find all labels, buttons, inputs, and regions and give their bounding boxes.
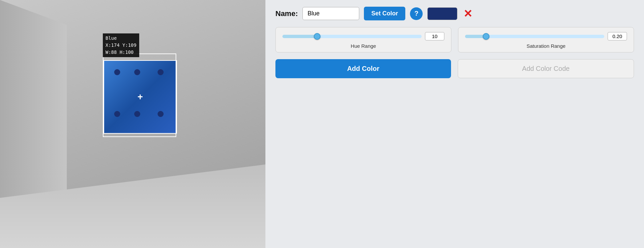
close-button[interactable]: ✕ — [462, 8, 474, 19]
hue-slider-thumb[interactable] — [314, 33, 320, 40]
hue-range-label: Hue Range — [351, 43, 376, 49]
blue-cube: + — [97, 53, 184, 140]
hue-value-input[interactable] — [425, 32, 444, 40]
saturation-value-input[interactable] — [608, 32, 627, 40]
saturation-slider-thumb[interactable] — [483, 33, 489, 40]
cube-crosshair: + — [138, 92, 143, 102]
camera-panel: + Blue X:174 Y:109 W:88 H:100 — [0, 0, 265, 248]
hue-slider-track[interactable] — [282, 35, 422, 38]
saturation-slider-track[interactable] — [465, 35, 604, 38]
label-line3: W:88 H:100 — [105, 49, 137, 56]
cube-face: + — [103, 60, 177, 134]
saturation-slider-row — [465, 32, 627, 40]
hue-range-card: Hue Range — [275, 27, 451, 52]
help-button[interactable]: ? — [410, 7, 423, 20]
sliders-row: Hue Range Saturation Range — [275, 27, 634, 52]
cube-dot — [134, 111, 140, 117]
buttons-row: Add Color Add Color Code — [275, 59, 634, 78]
cube-dot — [158, 69, 164, 75]
cube-dot — [134, 69, 140, 75]
name-input[interactable] — [302, 7, 359, 20]
saturation-range-label: Saturation Range — [526, 43, 566, 49]
add-color-button[interactable]: Add Color — [275, 59, 451, 78]
detection-label: Blue X:174 Y:109 W:88 H:100 — [103, 33, 139, 57]
saturation-range-card: Saturation Range — [458, 27, 634, 52]
name-label: Name: — [275, 9, 298, 18]
label-line2: X:174 Y:109 — [105, 42, 137, 49]
header-row: Name: Set Color ? ✕ — [275, 7, 634, 20]
add-color-code-button[interactable]: Add Color Code — [458, 59, 634, 78]
hue-slider-row — [282, 32, 444, 40]
cube-dot — [158, 111, 164, 117]
set-color-button[interactable]: Set Color — [364, 7, 405, 20]
label-line1: Blue — [105, 35, 137, 42]
cube-dot — [114, 69, 120, 75]
control-panel: Name: Set Color ? ✕ Hue Range — [265, 0, 644, 248]
color-swatch — [427, 7, 457, 20]
cube-dot — [114, 111, 120, 117]
